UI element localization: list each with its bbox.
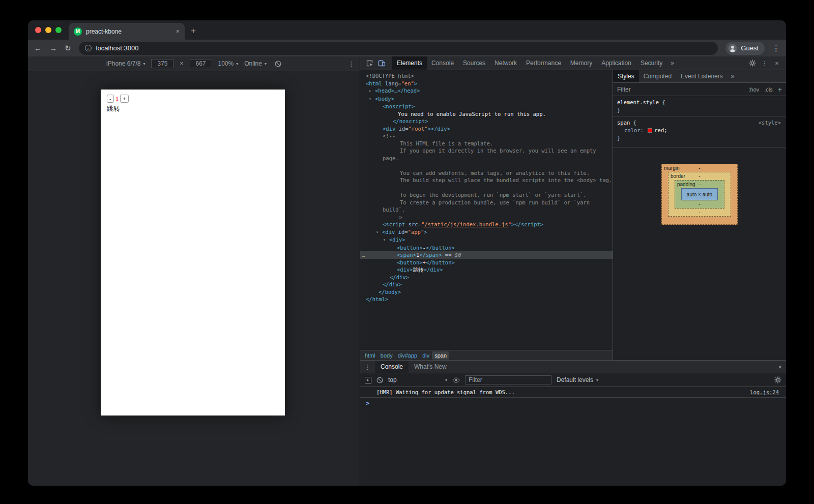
dom-tree-line[interactable]: You need to enable JavaScript to run thi… (360, 110, 613, 118)
devtools-tab-security[interactable]: Security (636, 56, 667, 70)
browser-menu-icon[interactable]: ⋮ (772, 44, 780, 52)
minimize-window-button[interactable] (45, 27, 51, 33)
dom-tree-line[interactable]: ▾<div> (360, 236, 613, 244)
console-message-row[interactable]: [HMR] Waiting for update signal from WDS… (360, 387, 786, 398)
dom-tree-line[interactable]: This HTML file is a template. (360, 140, 613, 147)
box-model[interactable]: margin- - border- - (661, 164, 738, 225)
execution-context-select[interactable]: top ▾ (388, 376, 447, 383)
collapse-icon[interactable]: ▾ (383, 236, 389, 244)
border-left-value[interactable]: - (668, 180, 675, 209)
dom-tree-line[interactable]: </div> (360, 274, 613, 281)
dom-tree-line[interactable]: --> (360, 214, 613, 221)
border-right-value[interactable]: - (724, 180, 731, 209)
devtools-tab-memory[interactable]: Memory (566, 56, 597, 70)
margin-left-value[interactable]: - (662, 172, 668, 217)
devtools-close-icon[interactable]: × (771, 60, 783, 67)
close-window-button[interactable] (35, 27, 41, 33)
devtools-menu-icon[interactable]: ⋮ (759, 60, 771, 67)
border-bottom-value[interactable]: - (699, 210, 700, 215)
dom-tree-line[interactable]: <div id="root"></div> (360, 125, 613, 133)
devtools-tab-application[interactable]: Application (597, 56, 636, 70)
devtools-tab-console[interactable]: Console (427, 56, 458, 70)
box-model-padding[interactable]: padding- - auto × auto - - (675, 180, 724, 209)
styles-tabs-overflow-icon[interactable]: » (728, 73, 738, 80)
dom-tree-line[interactable]: </div> (360, 281, 613, 288)
device-toolbar-toggle-icon[interactable] (375, 60, 388, 67)
padding-left-value[interactable]: - (675, 188, 681, 200)
throttling-select[interactable]: Online ▾ (244, 60, 267, 67)
dom-tree-line[interactable]: To create a production bundle, use `npm … (360, 199, 613, 206)
dom-tree-line[interactable]: ▸<head>…</head> (360, 87, 613, 95)
dom-tree-line[interactable]: The build step will place the bundled sc… (360, 176, 613, 184)
settings-gear-icon[interactable] (746, 60, 759, 67)
dom-tree-line[interactable]: <button>+</button> (360, 259, 613, 266)
styles-tab-computed[interactable]: Computed (639, 70, 676, 82)
dom-tree-line[interactable]: <noscript> (360, 103, 613, 110)
dom-tree-line[interactable]: <button>-</button> (360, 244, 613, 252)
dom-tree-line[interactable]: You can add webfonts, meta tags, or anal… (360, 169, 613, 177)
new-style-rule-icon[interactable]: + (778, 85, 782, 94)
box-model-border[interactable]: border- - padding- - (668, 172, 731, 217)
dom-tree-line[interactable]: </body> (360, 288, 613, 296)
profile-button[interactable]: Guest (725, 42, 765, 55)
decrement-button[interactable]: - (107, 95, 114, 103)
devtools-tab-performance[interactable]: Performance (521, 56, 566, 70)
styles-tab-styles[interactable]: Styles (613, 70, 639, 82)
margin-right-value[interactable]: - (731, 172, 737, 217)
dom-tree-line[interactable]: To begin the development, run `npm start… (360, 191, 613, 199)
tabs-overflow-icon[interactable]: » (667, 60, 678, 67)
device-toolbar-menu-icon[interactable]: ⋮ (348, 60, 355, 68)
forward-icon[interactable]: → (49, 44, 57, 52)
dom-tree-line[interactable]: …<span>1</span> == $0 (360, 251, 613, 259)
margin-bottom-value[interactable]: - (699, 218, 700, 223)
styles-filter-input[interactable] (617, 86, 744, 93)
css-declaration[interactable]: color: red; (617, 127, 782, 134)
collapse-icon[interactable]: ▾ (376, 229, 382, 236)
console-empty-area[interactable] (360, 409, 786, 486)
dom-tree-line[interactable]: If you open it directly in the browser, … (360, 147, 613, 155)
dom-tree-line[interactable] (360, 162, 613, 169)
address-bar[interactable]: i localhost:3000 (79, 42, 718, 55)
collapse-icon[interactable]: ▾ (369, 96, 375, 103)
breadcrumb-item-div-app[interactable]: div#app (395, 351, 420, 360)
new-tab-button[interactable]: + (191, 26, 196, 36)
cls-toggle[interactable]: .cls (764, 86, 773, 93)
rule-origin-link[interactable]: <style> (759, 119, 781, 127)
dom-tree-line[interactable]: <div>跳转</div> (360, 266, 613, 274)
dom-tree-line[interactable]: </noscript> (360, 117, 613, 125)
color-swatch[interactable] (648, 128, 652, 133)
drawer-menu-icon[interactable]: ⋮ (364, 363, 371, 371)
increment-button[interactable]: + (120, 95, 128, 103)
breadcrumb-item-body[interactable]: body (378, 351, 395, 360)
breadcrumb-item-span[interactable]: span (432, 351, 449, 360)
browser-tab[interactable]: M preact-kbone × (69, 23, 185, 40)
drawer-close-icon[interactable]: × (778, 363, 782, 371)
console-source-link[interactable]: log.js:24 (750, 389, 779, 395)
reload-icon[interactable]: ↻ (65, 44, 71, 52)
dom-tree-line[interactable] (360, 184, 613, 192)
live-expression-eye-icon[interactable] (452, 377, 460, 383)
box-model-content[interactable]: auto × auto (681, 188, 718, 200)
devtools-tab-network[interactable]: Network (490, 56, 521, 70)
fullscreen-window-button[interactable] (55, 27, 62, 33)
styles-tab-event-listeners[interactable]: Event Listeners (676, 70, 728, 82)
dom-tree-line[interactable]: <!DOCTYPE html> (360, 72, 613, 80)
line-actions-icon[interactable]: … (362, 251, 365, 259)
hov-toggle[interactable]: :hov (749, 86, 760, 93)
console-filter-input[interactable] (465, 375, 551, 384)
console-tab-what-s-new[interactable]: What's New (409, 361, 452, 373)
expand-icon[interactable]: ▸ (369, 87, 375, 95)
dom-tree-line[interactable]: page. (360, 155, 613, 162)
dom-tree-line[interactable]: ▾<div id="app"> (360, 228, 613, 236)
back-icon[interactable]: ← (34, 44, 42, 52)
element-style-rule[interactable]: element.style { } (613, 96, 786, 116)
padding-bottom-value[interactable]: - (699, 201, 700, 207)
breadcrumb-item-html[interactable]: html (362, 351, 378, 360)
dom-tree-line[interactable]: build`. (360, 206, 613, 214)
devtools-tab-sources[interactable]: Sources (458, 56, 490, 70)
padding-top-value[interactable]: - (699, 182, 700, 187)
margin-top-value[interactable]: - (699, 165, 700, 171)
border-top-value[interactable]: - (699, 173, 700, 179)
jump-link[interactable]: 跳转 (107, 104, 285, 113)
log-levels-select[interactable]: Default levels ▾ (557, 376, 598, 383)
